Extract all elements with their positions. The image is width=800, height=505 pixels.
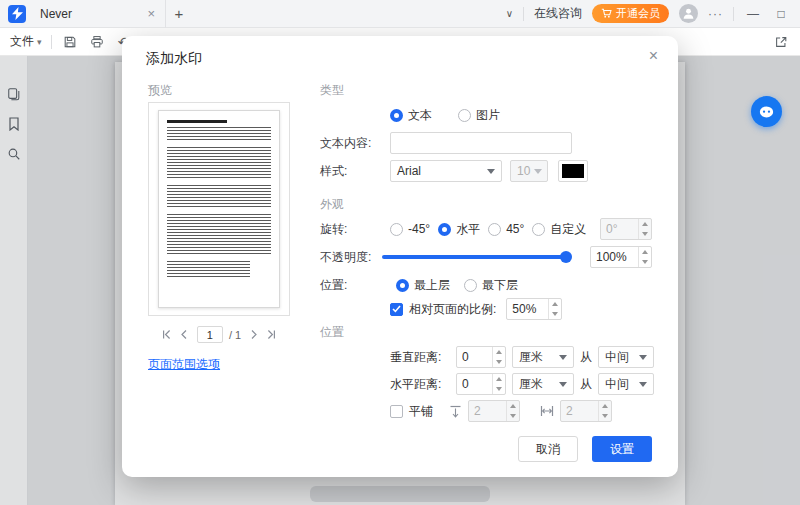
radio-type-image[interactable]: 图片 — [458, 107, 500, 124]
step-up-icon[interactable] — [599, 401, 611, 411]
prev-page-button[interactable] — [179, 328, 191, 342]
more-icon[interactable]: ··· — [708, 7, 723, 21]
step-down-icon[interactable] — [493, 384, 505, 394]
horizontal-distance-spinner[interactable] — [456, 373, 506, 395]
radio-dot — [488, 223, 501, 236]
radio-rot-horizontal[interactable]: 水平 — [438, 221, 480, 238]
radio-dot — [532, 223, 545, 236]
radio-rot-custom[interactable]: 自定义 — [532, 221, 586, 238]
step-down-icon[interactable] — [599, 411, 611, 421]
stepper-buttons[interactable] — [638, 219, 651, 239]
next-page-button[interactable] — [247, 328, 259, 342]
step-up-icon[interactable] — [493, 347, 505, 357]
caret-down-icon — [487, 169, 495, 174]
horizontal-from-label: 从 — [580, 376, 592, 393]
scale-spinner[interactable] — [506, 298, 562, 320]
custom-angle-input[interactable] — [601, 219, 638, 239]
font-value: Arial — [397, 164, 421, 178]
opacity-slider-handle[interactable] — [560, 251, 572, 263]
stepper-buttons[interactable] — [492, 347, 505, 367]
stepper-buttons[interactable] — [598, 401, 611, 421]
font-dropdown[interactable]: Arial — [390, 160, 502, 182]
step-down-icon[interactable] — [549, 309, 561, 319]
rotation-label: 旋转: — [320, 221, 382, 238]
step-down-icon[interactable] — [493, 357, 505, 367]
tile-horizontal-spinner[interactable] — [560, 400, 612, 422]
new-tab-button[interactable]: + — [166, 5, 192, 22]
preview-frame — [148, 102, 290, 316]
color-picker[interactable] — [558, 160, 588, 182]
radio-layer-bottom[interactable]: 最下层 — [464, 277, 518, 294]
vertical-distance-input[interactable] — [457, 347, 492, 367]
preview-label: 预览 — [148, 82, 172, 99]
caret-down-icon — [534, 169, 542, 174]
step-up-icon[interactable] — [639, 247, 651, 257]
page-number-input[interactable] — [197, 326, 223, 343]
print-button[interactable] — [88, 33, 106, 51]
apply-button[interactable]: 设置 — [592, 436, 652, 462]
tile-vertical-spinner[interactable] — [468, 400, 520, 422]
font-size-dropdown[interactable]: 10 — [510, 160, 548, 182]
custom-angle-spinner[interactable] — [600, 218, 652, 240]
last-page-button[interactable] — [265, 328, 277, 342]
chevron-down-icon[interactable]: ∨ — [506, 8, 513, 19]
caret-down-icon — [639, 355, 647, 360]
scale-input[interactable] — [507, 299, 548, 319]
tile-horizontal-input[interactable] — [561, 401, 598, 421]
first-page-button[interactable] — [161, 328, 173, 342]
avatar[interactable] — [679, 4, 698, 23]
radio-dot — [396, 279, 409, 292]
stepper-buttons[interactable] — [492, 374, 505, 394]
minimize-button[interactable]: — — [744, 7, 762, 21]
text-content-label: 文本内容: — [320, 135, 390, 152]
radio-rot-45-label: 45° — [506, 222, 524, 236]
membership-button[interactable]: 开通会员 — [592, 4, 669, 23]
preview-page — [158, 110, 280, 308]
radio-type-text[interactable]: 文本 — [390, 107, 432, 124]
horizontal-anchor-dropdown[interactable]: 中间 — [598, 373, 654, 395]
opacity-slider[interactable] — [382, 255, 568, 259]
stepper-buttons[interactable] — [638, 247, 651, 267]
document-tab[interactable]: Never × — [34, 0, 166, 28]
scale-label: 相对页面的比例: — [409, 301, 496, 318]
step-up-icon[interactable] — [507, 401, 519, 411]
step-down-icon[interactable] — [639, 257, 651, 267]
opacity-input[interactable] — [591, 247, 638, 267]
open-in-new-button[interactable] — [772, 33, 790, 51]
tile-vertical-input[interactable] — [469, 401, 506, 421]
vertical-unit-dropdown[interactable]: 厘米 — [512, 346, 574, 368]
assistant-button[interactable] — [751, 96, 782, 127]
caret-down-icon — [559, 355, 567, 360]
horizontal-unit-dropdown[interactable]: 厘米 — [512, 373, 574, 395]
horizontal-distance-input[interactable] — [457, 374, 492, 394]
step-down-icon[interactable] — [507, 411, 519, 421]
scale-checkbox[interactable] — [390, 303, 403, 316]
opacity-spinner[interactable] — [590, 246, 652, 268]
radio-type-text-label: 文本 — [408, 107, 432, 124]
step-up-icon[interactable] — [639, 219, 651, 229]
step-up-icon[interactable] — [549, 299, 561, 309]
step-down-icon[interactable] — [639, 229, 651, 239]
vertical-anchor-value: 中间 — [605, 349, 629, 366]
dialog-close-icon[interactable]: × — [649, 47, 658, 65]
save-button[interactable] — [61, 33, 79, 51]
maximize-button[interactable]: □ — [772, 7, 790, 21]
stepper-buttons[interactable] — [548, 299, 561, 319]
stepper-buttons[interactable] — [506, 401, 519, 421]
radio-rot-neg45-label: -45° — [408, 222, 430, 236]
vertical-distance-spinner[interactable] — [456, 346, 506, 368]
tab-close-icon[interactable]: × — [145, 6, 157, 21]
file-menu[interactable]: 文件 ▾ — [10, 33, 42, 50]
tile-checkbox[interactable] — [390, 405, 403, 418]
watermark-text-input[interactable] — [390, 132, 572, 154]
online-consult-link[interactable]: 在线咨询 — [534, 5, 582, 22]
cart-icon — [601, 8, 612, 19]
radio-rot-neg45[interactable]: -45° — [390, 222, 430, 236]
vertical-anchor-dropdown[interactable]: 中间 — [598, 346, 654, 368]
page-range-link[interactable]: 页面范围选项 — [148, 356, 220, 373]
cancel-button[interactable]: 取消 — [518, 436, 578, 462]
step-up-icon[interactable] — [493, 374, 505, 384]
first-page-icon — [161, 329, 172, 340]
radio-rot-45[interactable]: 45° — [488, 222, 524, 236]
radio-layer-top[interactable]: 最上层 — [396, 277, 450, 294]
